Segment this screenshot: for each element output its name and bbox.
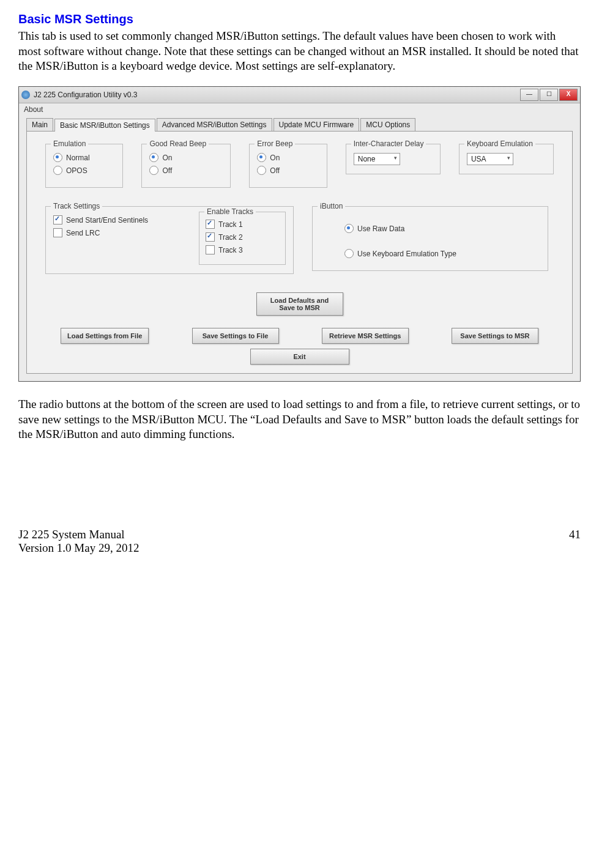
app-icon — [21, 91, 30, 99]
section-heading: Basic MSR Settings — [18, 12, 581, 26]
checkbox-label: Send Start/End Sentinels — [66, 216, 148, 224]
intro-paragraph: This tab is used to set commonly changed… — [18, 29, 581, 74]
button-load-defaults[interactable]: Load Defaults and Save to MSR — [256, 292, 343, 316]
radio-label: Off — [162, 166, 172, 175]
window-title: J2 225 Configuration Utility v0.3 — [34, 91, 520, 99]
check-track-3[interactable]: Track 3 — [206, 245, 279, 254]
tab-basic-msr[interactable]: Basic MSR/iButton Settings — [54, 119, 155, 132]
radio-label: On — [270, 154, 280, 162]
group-good-read-beep: Good Read Beep On Off — [141, 144, 231, 188]
checkbox-icon — [53, 228, 62, 237]
window-controls: — ☐ X — [520, 89, 578, 101]
page-footer: J2 225 System Manual Version 1.0 May 29,… — [18, 528, 581, 555]
checkbox-label: Track 3 — [218, 246, 243, 254]
footer-version: Version 1.0 May 29, 2012 — [18, 541, 139, 555]
footer-manual-title: J2 225 System Manual — [18, 528, 139, 541]
radio-label: OPOS — [66, 166, 87, 175]
page-number: 41 — [569, 528, 581, 555]
tab-strip: Main Basic MSR/iButton Settings Advanced… — [19, 116, 580, 131]
checkbox-icon — [206, 232, 215, 242]
radio-emulation-normal[interactable]: Normal — [53, 153, 115, 162]
menu-about[interactable]: About — [19, 103, 580, 116]
closing-paragraph: The radio buttons at the bottom of the s… — [18, 397, 581, 442]
radio-ibutton-raw[interactable]: Use Raw Data — [344, 224, 540, 233]
select-keyboard-emulation[interactable]: USA — [467, 153, 513, 165]
button-exit[interactable]: Exit — [250, 349, 349, 365]
maximize-button[interactable]: ☐ — [540, 89, 558, 101]
radio-icon — [344, 224, 354, 233]
radio-emulation-opos[interactable]: OPOS — [53, 166, 115, 175]
legend-enable-tracks: Enable Tracks — [204, 207, 256, 216]
button-save-settings-file[interactable]: Save Settings to File — [192, 328, 279, 344]
radio-good-read-off[interactable]: Off — [149, 166, 223, 175]
radio-ibutton-kbd[interactable]: Use Keyboard Emulation Type — [344, 249, 540, 258]
legend-kbd-emu: Keyboard Emulation — [464, 139, 535, 148]
check-track-1[interactable]: Track 1 — [206, 220, 279, 229]
radio-label: Off — [270, 166, 280, 175]
radio-icon — [149, 153, 158, 162]
radio-label: Use Raw Data — [357, 224, 404, 233]
radio-icon — [257, 153, 266, 162]
app-window: J2 225 Configuration Utility v0.3 — ☐ X … — [18, 86, 581, 382]
radio-label: On — [162, 154, 172, 162]
legend-good-read: Good Read Beep — [147, 139, 209, 148]
tab-mcu-options[interactable]: MCU Options — [360, 118, 415, 131]
tab-advanced-msr[interactable]: Advanced MSR/iButton Settings — [157, 118, 272, 131]
radio-label: Normal — [66, 154, 90, 162]
radio-icon — [344, 249, 354, 258]
checkbox-label: Send LRC — [66, 229, 100, 237]
group-emulation: Emulation Normal OPOS — [45, 144, 123, 188]
close-button[interactable]: X — [559, 89, 578, 101]
checkbox-icon — [206, 220, 215, 229]
radio-label: Use Keyboard Emulation Type — [357, 250, 456, 258]
radio-icon — [257, 166, 266, 175]
group-inter-char-delay: Inter-Character Delay None — [346, 144, 441, 174]
checkbox-icon — [53, 215, 62, 224]
button-save-to-msr[interactable]: Save Settings to MSR — [452, 328, 538, 344]
button-load-settings-file[interactable]: Load Settings from File — [61, 328, 149, 344]
titlebar: J2 225 Configuration Utility v0.3 — ☐ X — [19, 87, 580, 103]
tab-content: Emulation Normal OPOS Good Read Beep On … — [26, 131, 573, 374]
group-enable-tracks: Enable Tracks Track 1 Track 2 Track 3 — [199, 212, 286, 265]
tab-main[interactable]: Main — [26, 118, 53, 131]
group-track-settings: Track Settings Send Start/End Sentinels … — [45, 206, 294, 274]
radio-icon — [53, 166, 62, 175]
legend-error-beep: Error Beep — [255, 139, 295, 148]
radio-good-read-on[interactable]: On — [149, 153, 223, 162]
radio-error-beep-on[interactable]: On — [257, 153, 319, 162]
tab-update-mcu[interactable]: Update MCU Firmware — [273, 118, 360, 131]
legend-emulation: Emulation — [51, 139, 88, 148]
radio-error-beep-off[interactable]: Off — [257, 166, 319, 175]
radio-icon — [149, 166, 158, 175]
group-keyboard-emulation: Keyboard Emulation USA — [459, 144, 554, 174]
check-send-lrc[interactable]: Send LRC — [53, 228, 168, 237]
group-error-beep: Error Beep On Off — [249, 144, 327, 188]
check-send-sentinels[interactable]: Send Start/End Sentinels — [53, 215, 168, 224]
legend-ibutton: iButton — [318, 202, 345, 210]
button-retrieve-msr[interactable]: Retrieve MSR Settings — [322, 328, 409, 344]
group-ibutton: iButton Use Raw Data Use Keyboard Emulat… — [312, 206, 548, 271]
checkbox-label: Track 2 — [218, 233, 243, 242]
legend-track: Track Settings — [51, 202, 102, 210]
select-inter-char-delay[interactable]: None — [354, 153, 400, 165]
radio-icon — [53, 153, 62, 162]
minimize-button[interactable]: — — [520, 89, 538, 101]
legend-inter-char: Inter-Character Delay — [351, 139, 426, 148]
check-track-2[interactable]: Track 2 — [206, 232, 279, 242]
checkbox-label: Track 1 — [218, 220, 243, 229]
checkbox-icon — [206, 245, 215, 254]
